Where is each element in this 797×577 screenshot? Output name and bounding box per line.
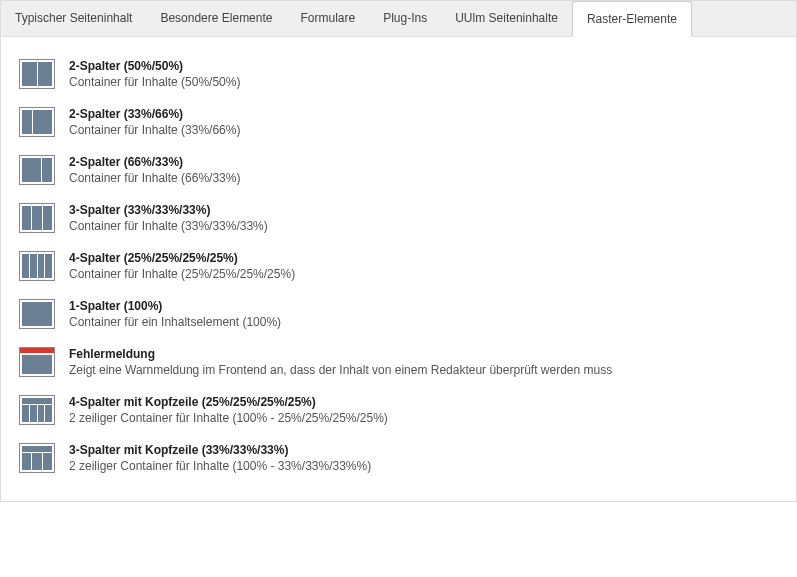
layout-1col-icon xyxy=(19,299,55,329)
element-title: 4-Spalter (25%/25%/25%/25%) xyxy=(69,251,295,265)
element-2-spalter-33-66[interactable]: 2-Spalter (33%/66%) Container für Inhalt… xyxy=(19,99,778,147)
element-title: 2-Spalter (33%/66%) xyxy=(69,107,240,121)
tab-besondere-elemente[interactable]: Besondere Elemente xyxy=(146,1,286,36)
element-2-spalter-66-33[interactable]: 2-Spalter (66%/33%) Container für Inhalt… xyxy=(19,147,778,195)
layout-3col-icon xyxy=(19,203,55,233)
element-4-spalter-kopfzeile[interactable]: 4-Spalter mit Kopfzeile (25%/25%/25%/25%… xyxy=(19,387,778,435)
element-title: 1-Spalter (100%) xyxy=(69,299,281,313)
layout-2col-33-66-icon xyxy=(19,107,55,137)
layout-header-4col-icon xyxy=(19,395,55,425)
element-2-spalter-50-50[interactable]: 2-Spalter (50%/50%) Container für Inhalt… xyxy=(19,51,778,99)
tab-uulm-seiteninhalte[interactable]: UUlm Seiteninhalte xyxy=(441,1,572,36)
element-desc: Zeigt eine Warnmeldung im Frontend an, d… xyxy=(69,363,612,377)
layout-header-3col-icon xyxy=(19,443,55,473)
error-message-icon xyxy=(19,347,55,377)
element-3-spalter-kopfzeile[interactable]: 3-Spalter mit Kopfzeile (33%/33%/33%) 2 … xyxy=(19,435,778,483)
element-desc: 2 zeiliger Container für Inhalte (100% -… xyxy=(69,459,371,473)
element-list: 2-Spalter (50%/50%) Container für Inhalt… xyxy=(1,37,796,501)
layout-4col-icon xyxy=(19,251,55,281)
element-1-spalter[interactable]: 1-Spalter (100%) Container für ein Inhal… xyxy=(19,291,778,339)
element-desc: Container für Inhalte (50%/50%) xyxy=(69,75,240,89)
layout-2col-66-33-icon xyxy=(19,155,55,185)
element-desc: Container für Inhalte (66%/33%) xyxy=(69,171,240,185)
element-title: Fehlermeldung xyxy=(69,347,612,361)
element-desc: Container für Inhalte (33%/33%/33%) xyxy=(69,219,268,233)
element-title: 2-Spalter (50%/50%) xyxy=(69,59,240,73)
layout-2col-50-50-icon xyxy=(19,59,55,89)
element-title: 4-Spalter mit Kopfzeile (25%/25%/25%/25%… xyxy=(69,395,388,409)
element-title: 3-Spalter mit Kopfzeile (33%/33%/33%) xyxy=(69,443,371,457)
element-fehlermeldung[interactable]: Fehlermeldung Zeigt eine Warnmeldung im … xyxy=(19,339,778,387)
element-3-spalter[interactable]: 3-Spalter (33%/33%/33%) Container für In… xyxy=(19,195,778,243)
element-title: 3-Spalter (33%/33%/33%) xyxy=(69,203,268,217)
tab-typischer-seiteninhalt[interactable]: Typischer Seiteninhalt xyxy=(1,1,146,36)
raster-elemente-panel: Typischer Seiteninhalt Besondere Element… xyxy=(0,0,797,502)
element-desc: Container für Inhalte (33%/66%) xyxy=(69,123,240,137)
element-title: 2-Spalter (66%/33%) xyxy=(69,155,240,169)
tab-plug-ins[interactable]: Plug-Ins xyxy=(369,1,441,36)
element-4-spalter[interactable]: 4-Spalter (25%/25%/25%/25%) Container fü… xyxy=(19,243,778,291)
element-desc: 2 zeiliger Container für Inhalte (100% -… xyxy=(69,411,388,425)
tab-formulare[interactable]: Formulare xyxy=(286,1,369,36)
tab-bar: Typischer Seiteninhalt Besondere Element… xyxy=(1,1,796,37)
tab-raster-elemente[interactable]: Raster-Elemente xyxy=(572,1,692,37)
element-desc: Container für ein Inhaltselement (100%) xyxy=(69,315,281,329)
element-desc: Container für Inhalte (25%/25%/25%/25%) xyxy=(69,267,295,281)
